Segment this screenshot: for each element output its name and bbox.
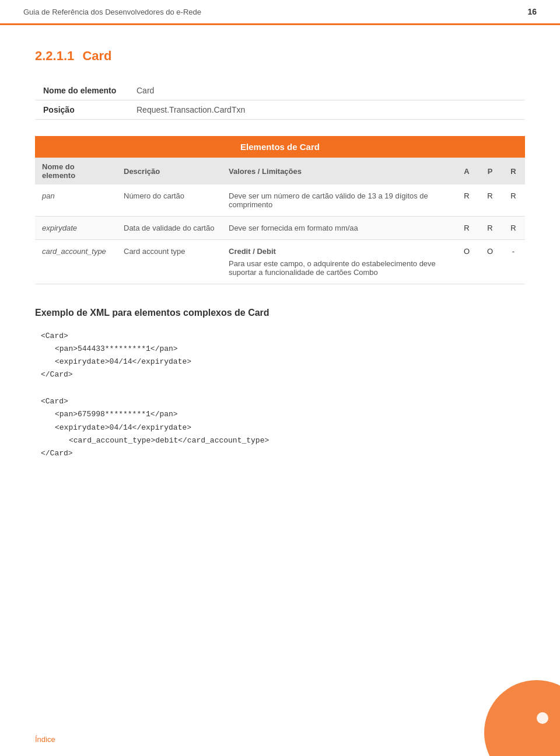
col-header-valores: Valores / Limitações (222, 158, 455, 184)
footer-indice-link[interactable]: Índice (35, 735, 55, 744)
row2-element: expirydate (35, 217, 117, 240)
row3-description: Card account type (117, 240, 222, 284)
info-value-posicao: Request.Transaction.CardTxn (128, 100, 525, 120)
code-line: <expirydate>04/14</expirydate> (41, 421, 525, 434)
row3-r: - (502, 240, 525, 284)
table-header-row: Elementos de Card (35, 136, 525, 158)
header-title: Guia de Referência dos Desenvolvedores d… (23, 8, 201, 16)
row3-element: card_account_type (35, 240, 117, 284)
row3-p: O (478, 240, 502, 284)
code-line: </Card> (41, 368, 525, 381)
example-section: Exemplo de XML para elementos complexos … (35, 308, 525, 460)
row1-element: pan (35, 184, 117, 217)
section-name: Card (82, 48, 111, 63)
info-table: Nome do elemento Card Posição Request.Tr… (35, 81, 525, 120)
row1-description: Número do cartão (117, 184, 222, 217)
row3-a: O (455, 240, 478, 284)
page-header: Guia de Referência dos Desenvolvedores d… (0, 0, 560, 25)
col-header-r: R (502, 158, 525, 184)
elements-table: Elementos de Card Nome do elemento Descr… (35, 136, 525, 284)
col-header-descricao: Descrição (117, 158, 222, 184)
code-line: <expirydate>04/14</expirydate> (41, 356, 525, 368)
row2-p: R (478, 217, 502, 240)
section-number: 2.2.1.1 (35, 48, 74, 63)
code-line: <card_account_type>debit</card_account_t… (41, 434, 525, 447)
row3-values-line2: Para usar este campo, o adquirente do es… (229, 259, 448, 277)
row1-r: R (502, 184, 525, 217)
example-heading: Exemplo de XML para elementos complexos … (35, 308, 525, 318)
info-row-posicao: Posição Request.Transaction.CardTxn (35, 100, 525, 120)
row1-a: R (455, 184, 478, 217)
table-row: expirydate Data de validade do cartão De… (35, 217, 525, 240)
row2-description: Data de validade do cartão (117, 217, 222, 240)
code-line: <Card> (41, 330, 525, 343)
footer: Índice (35, 734, 55, 744)
table-column-headers: Nome do elemento Descrição Valores / Lim… (35, 158, 525, 184)
page-number: 16 (527, 7, 537, 16)
svg-point-0 (484, 680, 560, 756)
code-block-2: <Card> <pan>675998*********1</pan> <expi… (35, 395, 525, 459)
code-line: <pan>544433*********1</pan> (41, 343, 525, 356)
row1-p: R (478, 184, 502, 217)
row3-values: Credit / Debit Para usar este campo, o a… (222, 240, 455, 284)
info-label-nome: Nome do elemento (35, 81, 128, 100)
info-label-posicao: Posição (35, 100, 128, 120)
code-line: <pan>675998*********1</pan> (41, 408, 525, 421)
row2-values: Deve ser fornecida em formato mm/aa (222, 217, 455, 240)
code-line: <Card> (41, 395, 525, 408)
col-header-a: A (455, 158, 478, 184)
decorative-circle (467, 663, 560, 756)
info-value-nome: Card (128, 81, 525, 100)
col-header-p: P (478, 158, 502, 184)
table-row: card_account_type Card account type Cred… (35, 240, 525, 284)
main-content: 2.2.1.1 Card Nome do elemento Card Posiç… (0, 25, 560, 497)
row2-r: R (502, 217, 525, 240)
code-block-1: <Card> <pan>544433*********1</pan> <expi… (35, 330, 525, 381)
code-line: </Card> (41, 447, 525, 460)
svg-point-1 (537, 712, 548, 724)
row1-values: Deve ser um número de cartão válido de 1… (222, 184, 455, 217)
info-row-nome: Nome do elemento Card (35, 81, 525, 100)
row2-a: R (455, 217, 478, 240)
row3-values-line1: Credit / Debit (229, 247, 448, 256)
table-row: pan Número do cartão Deve ser um número … (35, 184, 525, 217)
section-heading: 2.2.1.1 Card (35, 48, 525, 64)
table-title: Elementos de Card (35, 136, 525, 158)
col-header-nome: Nome do elemento (35, 158, 117, 184)
